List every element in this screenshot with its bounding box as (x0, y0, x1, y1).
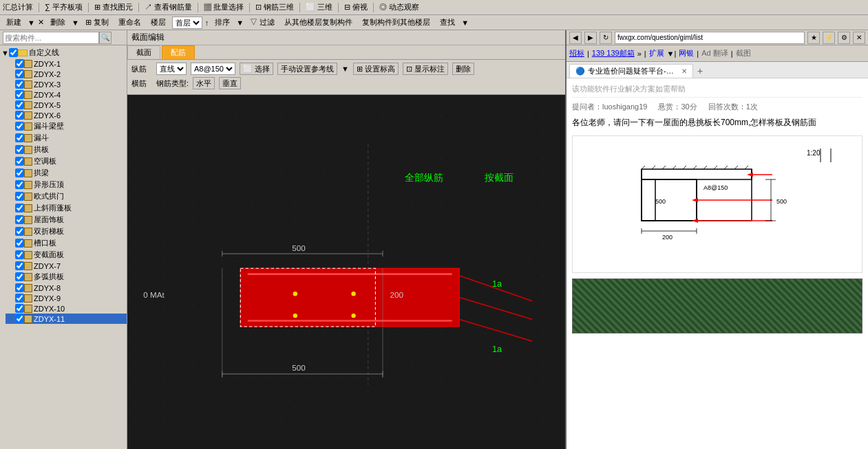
item-checkbox[interactable] (15, 133, 24, 142)
item-checkbox[interactable] (15, 100, 24, 109)
list-item[interactable]: 双折梯板 (6, 226, 127, 237)
tab-close-icon[interactable]: ✕ (681, 67, 687, 75)
list-item[interactable]: ZDYX-3 (6, 79, 127, 89)
select-button[interactable]: ⬜ 选择 (240, 63, 273, 75)
list-item[interactable]: ZDYX-2 (6, 69, 127, 79)
item-checkbox[interactable] (15, 272, 24, 281)
item-checkbox[interactable] (15, 180, 24, 189)
show-label-button[interactable]: ⊡ 显示标注 (403, 63, 448, 75)
nav-item-mail[interactable]: 139 139邮箱 (592, 48, 635, 58)
item-checkbox[interactable] (15, 304, 24, 313)
browser-refresh[interactable]: ↻ (600, 32, 612, 44)
delete-rebar-button[interactable]: 删除 (452, 63, 474, 75)
list-item[interactable]: ZDYX-6 (6, 110, 127, 120)
item-checkbox[interactable] (15, 227, 24, 236)
browser-content[interactable]: 该功能软件行业解决方案如需帮助 提问者：luoshigang19 悬赏：30分 … (567, 78, 868, 449)
item-checkbox[interactable] (15, 261, 24, 270)
browser-menu[interactable]: ⚡ (823, 32, 835, 44)
nav-item-recruit[interactable]: 招标 (569, 48, 584, 58)
item-checkbox[interactable] (15, 90, 24, 99)
item-checkbox[interactable] (15, 157, 24, 166)
list-item[interactable]: ZDYX-5 (6, 100, 127, 110)
search-input[interactable] (3, 32, 99, 44)
copy-button[interactable]: ⊞ 复制 (82, 16, 112, 29)
copy-from-button[interactable]: 从其他楼层复制构件 (281, 16, 356, 29)
copy-to-button[interactable]: 复制构件到其他楼层 (359, 16, 434, 29)
item-checkbox[interactable] (15, 122, 24, 131)
browser-close[interactable]: ✕ (853, 32, 865, 44)
list-item[interactable]: 空调板 (6, 155, 127, 167)
toolbar-view-rebar[interactable]: ↗ 查看钢筋量 (145, 2, 192, 12)
list-item[interactable]: ZDYX-1 (6, 58, 127, 69)
rename-button[interactable]: 重命名 (115, 16, 145, 29)
tree-root-item[interactable]: ▼ 自定义线 (0, 47, 127, 58)
item-checkbox[interactable] (15, 69, 24, 78)
item-checkbox[interactable] (15, 294, 24, 303)
item-checkbox[interactable] (15, 239, 24, 248)
list-item[interactable]: 漏斗梁壁 (6, 120, 127, 132)
list-item[interactable]: ZDYX-4 (6, 89, 127, 100)
toolbar-summarize[interactable]: 汇总计算 (3, 2, 33, 12)
cad-canvas[interactable]: 500 (127, 95, 565, 449)
sort-button[interactable]: 排序 (211, 16, 233, 29)
toolbar-rebar-3d[interactable]: ⊡ 钢筋三维 (255, 2, 294, 12)
browser-bookmark[interactable]: ★ (807, 32, 820, 44)
tab-section[interactable]: 截面 (127, 45, 160, 59)
browser-tab-active[interactable]: 🔵 专业造价问题疑答平台-广联达... ✕ (569, 64, 693, 78)
floor-select[interactable]: 首层 (172, 17, 202, 29)
item-checkbox[interactable] (15, 204, 24, 212)
list-item[interactable]: 异形压顶 (6, 179, 127, 190)
list-item[interactable]: 屋面饰板 (6, 214, 127, 226)
nav-item-screenshot[interactable]: 截图 (736, 48, 751, 58)
browser-settings[interactable]: ⚙ (838, 32, 850, 44)
nav-item-extend[interactable]: 扩展 (649, 48, 664, 58)
item-checkbox[interactable] (15, 192, 24, 201)
toolbar-flat-board[interactable]: ∑ 平齐板项 (45, 2, 83, 12)
item-checkbox[interactable] (15, 215, 24, 224)
horizontal-btn[interactable]: 水平 (193, 77, 215, 89)
toolbar-batch-select[interactable]: ▦ 批量选择 (204, 2, 244, 12)
rebar-spec-select[interactable]: A8@150 (191, 63, 235, 75)
nav-item-translate[interactable]: Ad 翻译 (701, 48, 728, 58)
list-item[interactable]: ZDYX-10 (6, 303, 127, 314)
item-checkbox[interactable] (15, 111, 24, 120)
list-item[interactable]: 变截面板 (6, 249, 127, 261)
filter-button[interactable]: ▽ 过滤 (246, 16, 278, 29)
list-item[interactable]: 欧式拱门 (6, 190, 127, 202)
new-button[interactable]: 新建 (3, 16, 25, 29)
list-item[interactable]: ZDYX-8 (6, 283, 127, 293)
browser-forward[interactable]: ▶ (584, 32, 597, 44)
rebar-type-select[interactable]: 直线 (156, 63, 187, 75)
toolbar-dynamic-view[interactable]: ◎ 动态观察 (379, 2, 419, 12)
tab-rebar[interactable]: 配筋 (162, 45, 195, 59)
vertical-btn[interactable]: 垂直 (219, 77, 241, 89)
item-checkbox[interactable] (15, 59, 24, 68)
item-checkbox[interactable] (15, 145, 24, 154)
list-item[interactable]: 槽口板 (6, 237, 127, 249)
manual-set-button[interactable]: 手动设置参考线 (277, 63, 337, 75)
floor-button[interactable]: 楼层 (147, 16, 169, 29)
browser-url-bar[interactable] (615, 32, 805, 44)
item-checkbox[interactable] (15, 283, 24, 292)
list-item[interactable]: 漏斗 (6, 132, 127, 144)
list-item-selected[interactable]: ZDYX-11 (6, 314, 127, 324)
item-checkbox[interactable] (15, 168, 24, 177)
list-item[interactable]: ZDYX-9 (6, 293, 127, 303)
list-item[interactable]: ZDYX-7 (6, 261, 127, 271)
list-item[interactable]: 拱板 (6, 144, 127, 155)
item-checkbox[interactable] (15, 314, 24, 323)
find-button[interactable]: 查找 (436, 16, 458, 29)
set-height-button[interactable]: ⊞ 设置标高 (353, 63, 399, 75)
search-button[interactable]: 🔍 (99, 32, 112, 44)
toolbar-3d-btn[interactable]: ⬜ 三维 (306, 2, 332, 12)
toolbar-find-elem[interactable]: ⊞ 查找图元 (94, 2, 133, 12)
toolbar-top-view[interactable]: ⊟ 俯视 (344, 2, 368, 12)
delete-button[interactable]: 删除 (47, 16, 69, 29)
list-item[interactable]: 拱梁 (6, 167, 127, 179)
tree-root-checkbox[interactable] (9, 48, 18, 57)
browser-back[interactable]: ◀ (569, 32, 582, 44)
list-item[interactable]: 多弧拱板 (6, 271, 127, 283)
nav-item-bank[interactable]: 网银 (679, 48, 694, 58)
tab-add-button[interactable]: + (693, 64, 707, 78)
item-checkbox[interactable] (15, 250, 24, 259)
